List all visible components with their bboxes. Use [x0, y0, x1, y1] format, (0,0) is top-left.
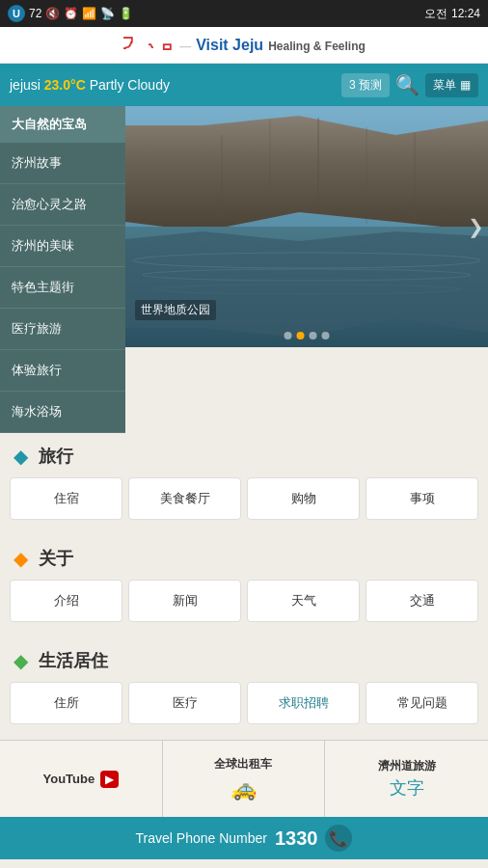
section-about: ◆ 关于 介绍 新闻 天气 交通 [0, 535, 488, 637]
notification-count: 72 [29, 7, 41, 20]
car-rental-link[interactable]: 全球出租车 🚕 [163, 741, 326, 817]
tour-text: 濟州道旅游 [378, 758, 436, 774]
dot-2[interactable] [297, 332, 305, 339]
about-icon: ◆ [10, 548, 31, 569]
travel-buttons: 住宿 美食餐厅 购物 事项 [10, 477, 478, 520]
status-right: 오전 12:24 [424, 6, 480, 22]
grid-icon: ▦ [460, 78, 471, 92]
car-text: 全球出租车 [214, 756, 272, 773]
sidebar-item-1[interactable]: 治愈心灵之路 [0, 184, 125, 226]
search-button[interactable]: 🔍 [395, 73, 420, 96]
signal-icon: 📡 [100, 7, 115, 20]
sidebar-item-5[interactable]: 体验旅行 [0, 350, 125, 392]
phone-number: 1330 [275, 827, 318, 850]
youtube-link[interactable]: YouTube ▶ [0, 741, 163, 817]
youtube-play-icon: ▶ [100, 771, 119, 788]
menu-button[interactable]: 菜单 ▦ [425, 73, 478, 97]
weather-label: Partly Cloudy [90, 77, 170, 93]
section-living: ◆ 生活居住 住所 医疗 求职招聘 常见问题 [0, 637, 488, 740]
phone-icon: 📞 [325, 825, 352, 852]
about-btn-1[interactable]: 新闻 [128, 580, 241, 622]
next-arrow[interactable]: ❯ [468, 215, 484, 238]
living-buttons: 住所 医疗 求职招聘 常见问题 [10, 682, 478, 724]
living-icon: ◆ [10, 650, 31, 671]
nav-bar: jejusi 23.0°C Partly Cloudy 3 预测 🔍 菜单 ▦ [0, 64, 488, 106]
dot-3[interactable] [310, 332, 317, 339]
tour-link[interactable]: 濟州道旅游 文字 [325, 741, 488, 817]
living-btn-3[interactable]: 常见问题 [366, 682, 478, 724]
about-header: ◆ 关于 [10, 547, 478, 570]
alarm-icon: ⏰ [64, 7, 78, 20]
sidebar-item-0[interactable]: 济州故事 [0, 143, 125, 184]
hero-dots [285, 332, 330, 339]
living-btn-0[interactable]: 住所 [10, 682, 122, 724]
travel-title: 旅行 [39, 445, 73, 468]
about-buttons: 介绍 新闻 天气 交通 [10, 580, 478, 622]
travel-icon: ◆ [10, 446, 31, 467]
weather-info: jejusi 23.0°C Partly Cloudy [10, 77, 170, 93]
main-content: 大自然的宝岛 济州故事 治愈心灵之路 济州的美味 特色主题街 医疗旅游 体验旅行… [0, 106, 488, 433]
hero-image: 世界地质公园 ❯ [125, 106, 488, 347]
travel-header: ◆ 旅行 [10, 445, 478, 468]
car-icon: 🚕 [230, 776, 257, 801]
dot-4[interactable] [322, 332, 330, 339]
living-btn-1[interactable]: 医疗 [128, 682, 241, 724]
about-btn-2[interactable]: 天气 [247, 580, 360, 622]
app-icon: U [8, 5, 25, 22]
menu-label: 菜单 [433, 77, 456, 94]
location-label: jejusi [10, 77, 41, 93]
wifi-icon: 📶 [82, 7, 96, 20]
phone-label: Travel Phone Number [136, 830, 267, 846]
about-btn-0[interactable]: 介绍 [10, 580, 122, 622]
dot-1[interactable] [285, 332, 292, 339]
sidebar-item-3[interactable]: 特色主题街 [0, 267, 125, 309]
hero-caption: 世界地质公园 [135, 300, 216, 320]
battery-icon: 🔋 [119, 7, 133, 20]
temperature-label: 23.0°C [44, 77, 86, 93]
mute-icon: 🔇 [45, 7, 60, 20]
footer: Kor English PC All Rights Reserved ©Jeju… [0, 859, 488, 868]
app-header: ᄀᆞᆷ — Visit Jeju Healing & Feeling [0, 27, 488, 64]
travel-btn-3[interactable]: 事项 [366, 477, 478, 520]
bottom-links: YouTube ▶ 全球出租车 🚕 濟州道旅游 文字 [0, 740, 488, 817]
app-logo: ᄀᆞᆷ — Visit Jeju Healing & Feeling [0, 35, 488, 55]
youtube-text: YouTube [42, 772, 95, 786]
sidebar-title: 大自然的宝岛 [0, 106, 125, 143]
sidebar-item-2[interactable]: 济州的美味 [0, 226, 125, 267]
travel-btn-2[interactable]: 购物 [247, 477, 360, 520]
status-left: U 72 🔇 ⏰ 📶 📡 🔋 [8, 5, 133, 22]
sidebar: 大自然的宝岛 济州故事 治愈心灵之路 济州的美味 特色主题街 医疗旅游 体验旅行… [0, 106, 125, 433]
am-pm-label: 오전 [424, 6, 447, 22]
living-header: ◆ 生活居住 [10, 649, 478, 672]
status-bar: U 72 🔇 ⏰ 📶 📡 🔋 오전 12:24 [0, 0, 488, 27]
travel-btn-1[interactable]: 美食餐厅 [128, 477, 241, 520]
time-label: 12:24 [451, 7, 480, 20]
phone-bar: Travel Phone Number 1330 📞 [0, 817, 488, 859]
travel-btn-0[interactable]: 住宿 [10, 477, 122, 520]
living-btn-2[interactable]: 求职招聘 [247, 682, 360, 724]
about-btn-3[interactable]: 交通 [366, 580, 478, 622]
section-travel: ◆ 旅行 住宿 美食餐厅 购物 事项 [0, 433, 488, 535]
sidebar-item-6[interactable]: 海水浴场 [0, 392, 125, 433]
about-title: 关于 [39, 547, 73, 570]
sidebar-item-4[interactable]: 医疗旅游 [0, 309, 125, 350]
living-title: 生活居住 [39, 649, 108, 672]
translate-icon: 文字 [390, 776, 424, 800]
forecast-badge[interactable]: 3 预测 [341, 73, 390, 97]
